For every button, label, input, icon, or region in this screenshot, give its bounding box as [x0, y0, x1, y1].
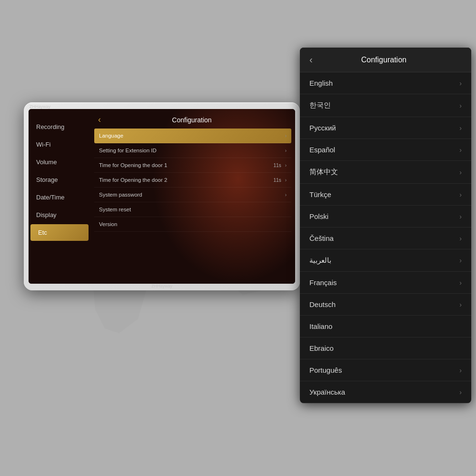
config-list: Language›Setting for Extension ID›Time f… — [90, 129, 295, 232]
config-item-label-4: System password — [99, 192, 142, 198]
lang-item-0[interactable]: English› — [300, 72, 471, 94]
lang-item-label-13: Português — [309, 366, 342, 374]
lang-panel-header: ‹ Configuration — [300, 48, 471, 72]
config-item-badge-3: 11s — [274, 178, 281, 183]
lang-item-chevron-7: › — [459, 235, 462, 242]
lang-item-8[interactable]: بالعربية› — [300, 249, 471, 272]
config-item-chevron-0: › — [285, 133, 287, 139]
config-item-4[interactable]: System password› — [94, 188, 291, 202]
sidebar-item-volume[interactable]: Volume — [29, 154, 90, 170]
device-frame: ZHHayway ZHHayway RecordingWi-FiVolumeSt… — [24, 102, 300, 290]
config-header: ‹ Configuration — [90, 109, 295, 129]
lang-item-2[interactable]: Русский› — [300, 117, 471, 139]
lang-item-label-4: 简体中文 — [309, 168, 338, 177]
lang-item-chevron-13: › — [459, 367, 462, 374]
lang-item-chevron-9: › — [459, 279, 462, 287]
lang-item-label-9: Français — [309, 278, 337, 287]
config-item-0[interactable]: Language› — [94, 129, 291, 143]
lang-item-label-1: 한국인 — [309, 101, 331, 110]
lang-item-label-12: Ebraico — [309, 344, 334, 352]
config-item-label-1: Setting for Extension ID — [99, 148, 157, 153]
lang-item-10[interactable]: Deutsch› — [300, 294, 471, 316]
config-item-badge-2: 11s — [274, 163, 281, 168]
config-item-label-3: Time for Opening the door 2 — [99, 177, 167, 183]
lang-item-1[interactable]: 한국인› — [300, 94, 471, 117]
lang-item-label-6: Polski — [309, 212, 328, 220]
sidebar-item-storage[interactable]: Storage — [29, 171, 90, 188]
sidebar: RecordingWi-FiVolumeStorageDate/TimeDisp… — [29, 109, 90, 284]
lang-item-chevron-6: › — [459, 213, 462, 220]
lang-item-chevron-3: › — [459, 146, 462, 154]
config-item-chevron-1: › — [285, 148, 287, 153]
config-item-label-0: Language — [99, 133, 123, 139]
lang-item-chevron-8: › — [459, 257, 462, 264]
lang-item-label-14: Українська — [309, 388, 345, 396]
lang-item-label-8: بالعربية — [309, 256, 331, 265]
config-item-3[interactable]: Time for Opening the door 211s› — [94, 173, 291, 188]
lang-back-button[interactable]: ‹ — [309, 54, 313, 65]
lang-item-12[interactable]: Ebraico› — [300, 337, 471, 359]
lang-item-chevron-2: › — [459, 124, 462, 132]
lang-item-chevron-1: › — [459, 102, 462, 109]
lang-item-7[interactable]: Čeština› — [300, 228, 471, 249]
lang-item-5[interactable]: Türkçe› — [300, 184, 471, 206]
lang-item-label-10: Deutsch — [309, 300, 336, 308]
lang-item-label-0: English — [309, 79, 333, 87]
lang-item-chevron-14: › — [459, 388, 462, 396]
language-list: English›한국인›Русский›Español›简体中文›Türkçe›… — [300, 72, 471, 403]
config-item-label-2: Time for Opening the door 1 — [99, 162, 167, 168]
lang-item-chevron-0: › — [459, 79, 462, 87]
language-panel: ‹ Configuration English›한국인›Русский›Espa… — [300, 48, 471, 403]
device-screen: RecordingWi-FiVolumeStorageDate/TimeDisp… — [29, 109, 295, 284]
lang-item-chevron-5: › — [459, 191, 462, 198]
config-item-label-6: Version — [99, 221, 117, 227]
lang-panel-title: Configuration — [320, 56, 447, 64]
sidebar-item-recording[interactable]: Recording — [29, 119, 90, 135]
sidebar-item-wi-fi[interactable]: Wi-Fi — [29, 136, 90, 153]
lang-item-3[interactable]: Español› — [300, 139, 471, 161]
device-config-title: Configuration — [106, 116, 278, 124]
device-brand-bottom: ZHHayway — [151, 284, 172, 288]
lang-item-chevron-4: › — [459, 169, 462, 176]
lang-item-9[interactable]: Français› — [300, 272, 471, 294]
config-item-6[interactable]: Version — [94, 217, 291, 232]
config-item-chevron-2: › — [285, 163, 287, 168]
device-back-button[interactable]: ‹ — [98, 115, 101, 125]
lang-item-label-7: Čeština — [309, 234, 334, 242]
lang-item-4[interactable]: 简体中文› — [300, 161, 471, 184]
config-item-label-5: System reset — [99, 207, 131, 212]
config-item-chevron-3: › — [285, 178, 287, 183]
config-item-chevron-4: › — [285, 192, 287, 198]
lang-item-11[interactable]: Italiano› — [300, 316, 471, 337]
sidebar-item-date-time[interactable]: Date/Time — [29, 189, 90, 206]
config-item-1[interactable]: Setting for Extension ID› — [94, 143, 291, 158]
lang-item-6[interactable]: Polski› — [300, 206, 471, 228]
main-content: ‹ Configuration Language›Setting for Ext… — [90, 109, 295, 284]
lang-item-label-3: Español — [309, 146, 335, 154]
lang-item-14[interactable]: Українська› — [300, 381, 471, 403]
lang-item-label-5: Türkçe — [309, 190, 331, 198]
sidebar-item-display[interactable]: Display — [29, 207, 90, 223]
lang-item-label-11: Italiano — [309, 322, 332, 330]
lang-item-13[interactable]: Português› — [300, 359, 471, 381]
config-item-2[interactable]: Time for Opening the door 111s› — [94, 158, 291, 173]
config-item-5[interactable]: System reset — [94, 202, 291, 217]
sidebar-item-etc[interactable]: Etc — [30, 224, 89, 241]
lang-item-label-2: Русский — [309, 124, 336, 132]
device-brand-top: ZHHayway — [30, 104, 50, 109]
lang-item-chevron-10: › — [459, 301, 462, 308]
